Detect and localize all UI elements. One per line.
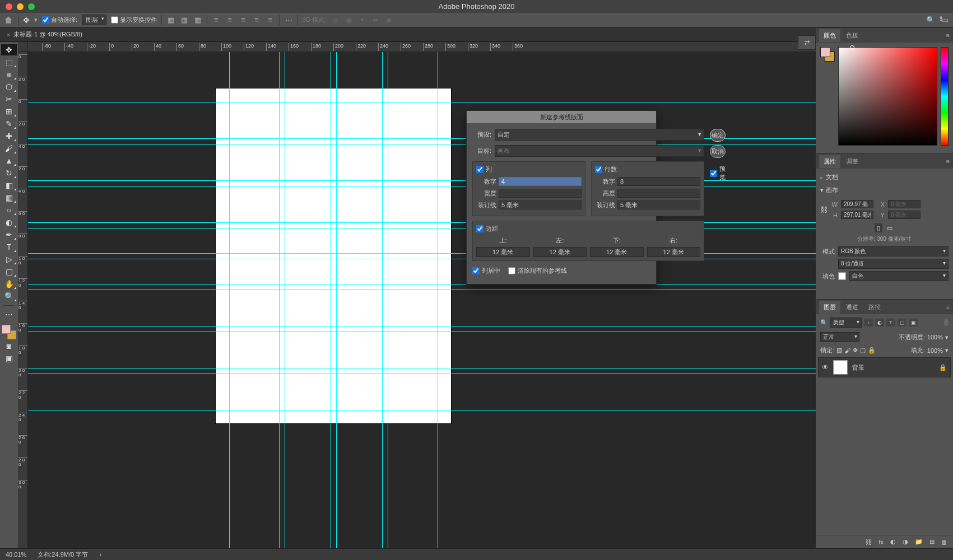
tab-paths[interactable]: 路径 [864,301,885,314]
tab-color[interactable]: 颜色 [819,29,840,42]
heal-tool[interactable]: ✚ [1,130,17,142]
x-input[interactable] [888,200,921,208]
preview-checkbox[interactable]: 预览 [710,165,726,181]
lock-all-icon[interactable]: 🔒 [868,347,876,354]
link-layers-icon[interactable]: ⛓ [866,539,872,545]
cancel-button[interactable]: 取消 [710,145,726,158]
color-mode-select[interactable]: RGB 颜色 [838,246,949,256]
hand-tool[interactable]: ✋ [1,278,17,290]
guide[interactable] [331,52,331,548]
rows-height-input[interactable] [617,189,700,198]
margin-left-input[interactable] [533,247,587,257]
guide[interactable] [279,52,280,548]
adjustment-layer-icon[interactable]: ◑ [903,538,908,545]
document-tab[interactable]: × 未标题-1 @ 40%(RGB/8) [0,27,89,41]
color-swatch-pair[interactable] [2,325,16,339]
align-right-icon[interactable]: ▦ [193,16,202,25]
rows-gutter-input[interactable] [617,200,700,209]
path-select-tool[interactable]: ▷ [1,254,17,265]
group-icon[interactable]: 📁 [915,538,923,545]
height-input[interactable] [841,211,873,219]
distribute-icon-5[interactable]: ≡ [266,16,275,25]
layer-thumbnail[interactable] [833,360,848,375]
color-field[interactable] [838,47,937,146]
move-tool[interactable]: ✥ [1,44,17,55]
margin-right-input[interactable] [647,247,701,257]
panel-menu-icon[interactable]: ≡ [946,32,950,39]
quickmask-tool[interactable]: ◙ [1,340,17,352]
bit-depth-select[interactable]: 8 位/通道 [838,259,949,269]
hue-slider[interactable] [941,47,949,146]
guide[interactable] [438,52,438,548]
more-icon[interactable]: ⋯ [284,16,293,25]
guide[interactable] [28,102,816,102]
history-brush-tool[interactable]: ↻ [1,167,17,179]
color-swatch-pair[interactable] [820,47,835,62]
lock-artboard-icon[interactable]: ▢ [860,347,866,354]
blend-mode-select[interactable]: 正常 [820,332,859,342]
filter-adjust-icon[interactable]: ◐ [875,319,884,326]
guide[interactable] [28,284,816,284]
panel-menu-icon[interactable]: ≡ [946,304,950,310]
distribute-icon-3[interactable]: ≡ [239,16,248,25]
align-center-icon[interactable]: ▦ [180,16,189,25]
guide[interactable] [28,374,816,374]
guide[interactable] [28,332,816,332]
quick-select-tool[interactable]: ⬡ [1,81,17,92]
guide[interactable] [336,52,337,548]
margin-bottom-input[interactable] [590,247,644,257]
guide[interactable] [382,52,383,548]
collapsed-panel-icon[interactable]: ⇄ [798,35,816,50]
guide[interactable] [28,326,816,326]
horizontal-ruler[interactable]: -60-40-200204060801001201401601802002202… [28,42,816,52]
columns-width-input[interactable] [499,189,582,198]
visibility-icon[interactable]: 👁 [822,363,829,371]
close-tab-icon[interactable]: × [7,31,10,38]
brush-tool[interactable]: 🖌 [1,143,17,154]
tab-adjustments[interactable]: 调整 [842,155,863,168]
width-input[interactable] [841,200,873,208]
orientation-landscape-icon[interactable]: ▭ [885,223,895,232]
distribute-icon-2[interactable]: ≡ [225,16,234,25]
minimize-window-button[interactable] [17,3,24,10]
search-icon[interactable]: 🔍 [926,16,935,25]
zoom-window-button[interactable] [28,3,35,10]
margin-checkbox[interactable]: 边距 [476,225,700,233]
lock-position-icon[interactable]: ✥ [853,347,858,354]
home-icon[interactable] [3,15,13,25]
tab-layers[interactable]: 图层 [819,301,840,314]
filter-type-icon[interactable]: T [886,319,895,326]
rows-number-input[interactable] [617,177,700,186]
auto-select-target-select[interactable]: 图层 [82,15,106,25]
lasso-tool[interactable]: ⎈ [1,69,17,80]
layer-filter-kind-select[interactable]: 类型 [830,318,862,328]
crop-tool[interactable]: ✂ [1,94,17,105]
vertical-ruler[interactable]: 02 002 04 02 04 06 08 01 0 01 2 01 4 01 … [18,52,28,548]
tab-channels[interactable]: 通道 [842,301,863,314]
gradient-tool[interactable]: ▦ [1,192,17,203]
filter-pixel-icon[interactable]: ▫ [864,319,873,326]
marquee-tool[interactable]: ⬚ [1,57,17,68]
delete-icon[interactable]: 🗑 [941,539,947,545]
filter-toggle[interactable] [944,319,949,326]
distribute-icon[interactable]: ≡ [212,16,221,25]
move-tool-icon[interactable]: ✥ [23,16,30,25]
auto-select-checkbox[interactable]: 自动选择: [42,16,77,24]
frame-tool[interactable]: ⊞ [1,106,17,117]
status-arrow-icon[interactable]: › [99,551,101,558]
ruler-corner[interactable] [18,42,28,52]
distribute-icon-4[interactable]: ≡ [252,16,261,25]
guide[interactable] [229,52,230,548]
eyedropper-tool[interactable]: ✎ [1,118,17,129]
columns-number-input[interactable] [499,177,582,186]
share-icon[interactable]: ⇪ [938,15,949,25]
lock-transparency-icon[interactable]: ▨ [836,347,842,354]
panel-menu-icon[interactable]: ≡ [946,158,950,165]
layer-row[interactable]: 👁 背景 🔒 [818,357,951,377]
doc-info[interactable]: 文档:24.9M/0 字节 [38,550,88,559]
link-icon[interactable]: ⛓ [820,206,828,214]
margin-top-input[interactable] [476,247,530,257]
close-window-button[interactable] [6,3,12,10]
preset-select[interactable]: 自定 [495,129,704,141]
screenmode-tool[interactable]: ▣ [1,353,17,364]
